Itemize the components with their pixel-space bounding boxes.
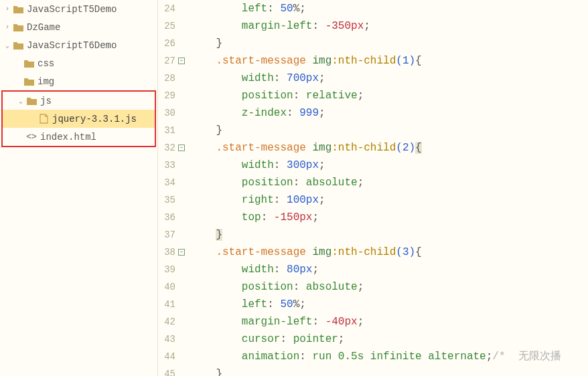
gutter-line: 34 — [158, 174, 185, 191]
code-line[interactable]: } — [190, 365, 588, 376]
code-line[interactable]: margin-left: -40px; — [190, 313, 588, 331]
gutter-line: 36 — [158, 209, 185, 226]
chevron-icon[interactable]: ⌄ — [16, 97, 25, 105]
folder-icon — [12, 5, 24, 13]
code-line[interactable]: width: 700px; — [190, 70, 588, 87]
code-line[interactable]: width: 300px; — [190, 157, 588, 174]
chevron-icon[interactable]: › — [3, 5, 12, 13]
tree-item-label: JavaScriptT5Demo — [27, 4, 117, 15]
gutter-line: 39 — [158, 261, 185, 278]
gutter-line: 32− — [158, 139, 185, 157]
code-line[interactable]: .start-message img:nth-child(2){ — [190, 139, 588, 157]
folder-icon — [12, 23, 24, 31]
code-line[interactable]: top: -150px; — [190, 209, 588, 226]
code-line[interactable]: } — [190, 122, 588, 139]
code-line[interactable]: z-index: 999; — [190, 104, 588, 122]
gutter-line: 26 — [158, 35, 185, 52]
fold-marker-icon[interactable]: − — [178, 58, 185, 64]
gutter-line: 38− — [158, 244, 185, 261]
folder-icon — [25, 97, 38, 105]
gutter-line: 29 — [158, 87, 185, 104]
tree-item-label: index.html — [40, 132, 96, 143]
tree-item-label: DzGame — [27, 22, 60, 33]
tree-item-label: img — [38, 76, 54, 87]
code-line[interactable]: left: 50%; — [190, 0, 588, 17]
code-line[interactable]: margin-left: -350px; — [190, 17, 588, 35]
gutter-line: 37 — [158, 226, 185, 244]
code-line[interactable]: } — [190, 35, 588, 52]
html-icon: <> — [25, 132, 38, 142]
gutter-line: 43 — [158, 331, 185, 348]
highlight-box: ⌄jsjquery-3.3.1.js<>index.html — [1, 90, 156, 147]
code-line[interactable]: cursor: pointer; — [190, 331, 588, 348]
fold-marker-icon[interactable]: − — [178, 249, 185, 256]
chevron-icon[interactable]: › — [3, 23, 12, 31]
tree-item-dzgame[interactable]: ›DzGame — [0, 18, 157, 36]
gutter-line: 35 — [158, 191, 185, 209]
tree-item-label: jquery-3.3.1.js — [52, 114, 137, 124]
code-line[interactable]: .start-message img:nth-child(1){ — [190, 52, 588, 70]
tree-item-js[interactable]: ⌄js — [3, 92, 155, 110]
gutter-line: 33 — [158, 157, 185, 174]
gutter-line: 45 — [158, 365, 185, 376]
gutter-line: 28 — [158, 70, 185, 87]
tree-item-javascriptt5demo[interactable]: ›JavaScriptT5Demo — [0, 0, 157, 18]
tree-item-index-html[interactable]: <>index.html — [3, 128, 155, 146]
tree-item-label: js — [40, 96, 52, 106]
file-tree-sidebar: ›JavaScriptT5Demo›DzGame⌄JavaScriptT6Dem… — [0, 0, 158, 376]
chevron-icon[interactable]: ⌄ — [3, 41, 12, 50]
code-line[interactable]: } — [190, 226, 588, 244]
fold-marker-icon[interactable]: − — [178, 145, 185, 151]
gutter-line: 42 — [158, 313, 185, 331]
tree-item-label: css — [38, 58, 54, 69]
code-line[interactable]: .start-message img:nth-child(3){ — [190, 244, 588, 261]
tree-item-img[interactable]: img — [0, 72, 157, 90]
code-content[interactable]: left: 50%; margin-left: -350px; } .start… — [190, 0, 588, 376]
folder-icon — [23, 60, 35, 68]
folder-icon — [12, 41, 24, 50]
gutter-line: 44 — [158, 348, 185, 365]
code-line[interactable]: width: 80px; — [190, 261, 588, 278]
tree-item-jquery-3-3-1-js[interactable]: jquery-3.3.1.js — [3, 110, 155, 128]
gutter-line: 30 — [158, 104, 185, 122]
gutter-line: 24 — [158, 0, 185, 17]
code-line[interactable]: left: 50%; — [190, 296, 588, 313]
code-line[interactable]: animation: run 0.5s infinite alternate;/… — [190, 348, 588, 365]
tree-item-label: JavaScriptT6Demo — [27, 40, 117, 51]
line-number-gutter: 24252627−2829303132−333435363738−3940414… — [158, 0, 190, 376]
code-line[interactable]: position: relative; — [190, 87, 588, 104]
file-icon — [38, 114, 50, 124]
gutter-line: 25 — [158, 17, 185, 35]
gutter-line: 41 — [158, 296, 185, 313]
code-editor[interactable]: 24252627−2829303132−333435363738−3940414… — [158, 0, 588, 376]
tree-item-javascriptt6demo[interactable]: ⌄JavaScriptT6Demo — [0, 36, 157, 54]
gutter-line: 31 — [158, 122, 185, 139]
gutter-line: 40 — [158, 278, 185, 296]
tree-item-css[interactable]: css — [0, 54, 157, 72]
code-line[interactable]: right: 100px; — [190, 191, 588, 209]
code-line[interactable]: position: absolute; — [190, 174, 588, 191]
gutter-line: 27− — [158, 52, 185, 70]
code-line[interactable]: position: absolute; — [190, 278, 588, 296]
folder-icon — [23, 78, 35, 86]
